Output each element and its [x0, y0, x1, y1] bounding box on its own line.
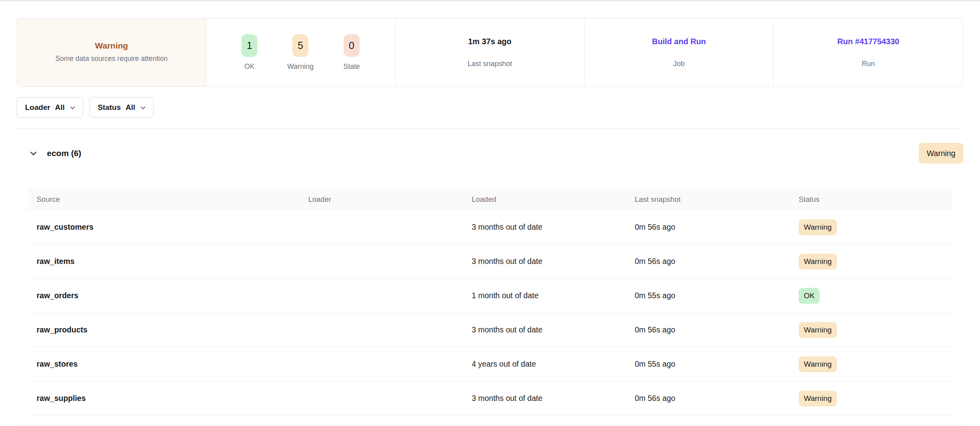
last-snapshot-cell: 0m 55s ago — [635, 291, 799, 300]
chevron-down-icon — [29, 149, 37, 157]
count-ok-value: 1 — [241, 34, 257, 57]
count-warning-label: Warning — [287, 63, 313, 71]
last-snapshot-cell: 0m 56s ago — [635, 325, 799, 334]
status-filter-value: All — [126, 103, 135, 112]
filters-bar: Loader All Status All — [17, 97, 963, 118]
loaded-cell: 3 months out of date — [472, 223, 635, 232]
loader-filter-value: All — [55, 103, 64, 112]
chevron-down-icon — [70, 105, 76, 111]
summary-card: Warning Some data sources require attent… — [17, 18, 963, 87]
job-link[interactable]: Build and Run — [652, 37, 706, 46]
table-body: raw_customers 3 months out of date 0m 56… — [28, 210, 952, 416]
status-badge: OK — [799, 288, 820, 304]
data-sources-page: Warning Some data sources require attent… — [0, 18, 980, 426]
count-stale-label: Stale — [344, 63, 360, 71]
column-header-last-snapshot: Last snapshot — [635, 195, 799, 204]
column-header-status: Status — [799, 195, 952, 204]
count-ok-label: OK — [244, 63, 255, 71]
last-snapshot-value: 1m 37s ago — [468, 37, 511, 46]
table-row: raw_supplies 3 months out of date 0m 56s… — [28, 381, 952, 416]
counts-row: 1 OK 5 Warning 0 Stale — [241, 34, 360, 71]
table-row: raw_items 3 months out of date 0m 56s ag… — [28, 244, 952, 279]
overall-status-title: Warning — [95, 41, 128, 51]
status-badge: Warning — [799, 391, 837, 406]
count-ok: 1 OK — [241, 34, 257, 71]
job-label: Job — [673, 60, 685, 68]
loaded-cell: 4 years out of date — [472, 360, 635, 369]
table-header-row: Source Loader Loaded Last snapshot Statu… — [28, 189, 952, 210]
source-name-cell: raw_items — [37, 257, 308, 266]
column-header-loader: Loader — [308, 195, 472, 204]
last-snapshot-cell: 0m 56s ago — [635, 394, 799, 403]
chevron-down-icon — [140, 105, 146, 111]
status-filter-dropdown[interactable]: Status All — [89, 97, 154, 118]
source-name-cell: raw_products — [37, 325, 308, 334]
count-stale-value: 0 — [344, 34, 360, 57]
status-badge: Warning — [799, 322, 837, 338]
loaded-cell: 3 months out of date — [472, 325, 635, 334]
group-status-badge: Warning — [919, 143, 963, 164]
overall-status-section: Warning Some data sources require attent… — [17, 18, 206, 86]
status-badge: Warning — [799, 356, 837, 372]
run-section: Run #417754330 Run — [774, 18, 963, 86]
table-row: raw_orders 1 month out of date 0m 55s ag… — [28, 279, 952, 313]
source-name-cell: raw_orders — [37, 291, 308, 300]
column-header-loaded: Loaded — [472, 195, 635, 204]
status-filter-label: Status — [98, 103, 121, 112]
run-link[interactable]: Run #417754330 — [837, 37, 899, 46]
last-snapshot-cell: 0m 56s ago — [635, 223, 799, 232]
group-header-ecom: ecom (6) Warning — [17, 143, 963, 164]
status-badge: Warning — [799, 254, 837, 270]
section-divider — [17, 128, 963, 129]
last-snapshot-cell: 0m 55s ago — [635, 360, 799, 369]
last-snapshot-cell: 0m 56s ago — [635, 257, 799, 266]
last-snapshot-label: Last snapshot — [467, 60, 512, 68]
loader-filter-label: Loader — [25, 103, 50, 112]
count-stale: 0 Stale — [344, 34, 360, 71]
table-row: raw_stores 4 years out of date 0m 55s ag… — [28, 347, 952, 381]
group-title: ecom (6) — [47, 149, 81, 158]
source-name-cell: raw_supplies — [37, 394, 308, 403]
run-label: Run — [862, 60, 875, 68]
count-warning-value: 5 — [292, 34, 308, 57]
count-warning: 5 Warning — [287, 34, 313, 71]
column-header-source: Source — [37, 195, 308, 204]
counts-section: 1 OK 5 Warning 0 Stale — [206, 18, 396, 86]
loaded-cell: 3 months out of date — [472, 394, 635, 403]
source-name-cell: raw_customers — [37, 223, 308, 232]
job-section: Build and Run Job — [585, 18, 774, 86]
loaded-cell: 3 months out of date — [472, 257, 635, 266]
sources-table: Source Loader Loaded Last snapshot Statu… — [28, 189, 952, 416]
last-snapshot-section: 1m 37s ago Last snapshot — [395, 18, 585, 86]
table-row: raw_products 3 months out of date 0m 56s… — [28, 313, 952, 347]
table-row: raw_customers 3 months out of date 0m 56… — [28, 210, 952, 244]
source-name-cell: raw_stores — [37, 360, 308, 369]
loaded-cell: 1 month out of date — [472, 291, 635, 300]
loader-filter-dropdown[interactable]: Loader All — [17, 97, 83, 118]
status-badge: Warning — [799, 219, 837, 235]
collapse-group-button[interactable] — [29, 149, 38, 158]
overall-status-subtitle: Some data sources require attention — [55, 54, 167, 64]
